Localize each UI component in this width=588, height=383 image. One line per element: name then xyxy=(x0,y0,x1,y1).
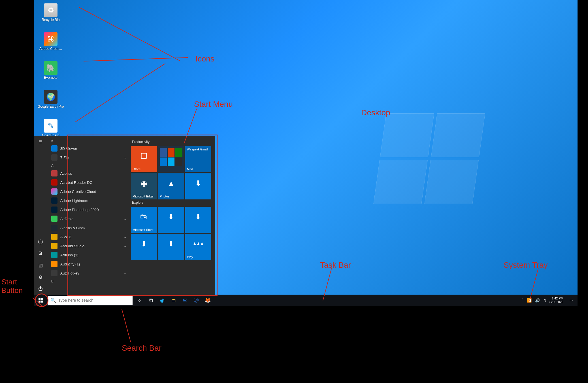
chevron-down-icon: ⌄ xyxy=(124,235,126,239)
desktop-icon[interactable]: ♻Recycle Bin xyxy=(37,3,64,30)
app-icon xyxy=(51,170,57,176)
tile-play[interactable]: ♟♟♟ Play xyxy=(185,234,211,260)
desktop-icon[interactable]: 🐘Evernote xyxy=(37,61,64,88)
tile-download-3[interactable]: ⬇ xyxy=(185,207,211,233)
pictures-icon[interactable]: ▧ xyxy=(37,262,44,269)
start-menu-app-row[interactable]: Audacity (1) xyxy=(47,259,130,269)
file-explorer-icon[interactable]: 🗀 xyxy=(169,295,178,306)
annotation-searchbar-label: Search Bar xyxy=(122,344,161,353)
desktop-icon[interactable]: 🌍Google Earth Pro xyxy=(37,90,64,117)
start-menu-app-row[interactable]: Arduino (1) xyxy=(47,250,130,259)
task-view-icon[interactable]: ⧉ xyxy=(146,295,156,306)
start-menu-app-row[interactable]: Adobe Lightroom xyxy=(47,196,130,205)
start-menu-app-row[interactable]: Alarms & Clock xyxy=(47,223,130,232)
taskbar-searchbox[interactable]: 🔍 xyxy=(48,296,133,305)
app-icon xyxy=(51,234,57,240)
app-icon xyxy=(51,179,57,186)
power-icon[interactable]: ⏻ xyxy=(37,286,44,292)
hamburger-icon[interactable]: ☰ xyxy=(37,138,44,145)
windows-wallpaper-logo xyxy=(373,113,488,207)
tile-edge[interactable]: ◉ Microsoft Edge xyxy=(131,173,157,199)
app-icon xyxy=(51,216,57,222)
tile-download-2[interactable]: ⬇ xyxy=(158,207,184,233)
tray-network-icon[interactable]: 📶 xyxy=(527,298,532,303)
start-menu-rail: ☰ ◯ 🗎 ▧ ⚙ ⏻ xyxy=(34,136,47,295)
start-menu-app-row[interactable]: 7-Zip⌄ xyxy=(47,153,130,162)
start-menu-app-row[interactable]: AutoHotkey⌄ xyxy=(47,269,130,278)
documents-icon[interactable]: 🗎 xyxy=(37,250,44,257)
desktop-icon-label: Google Earth Pro xyxy=(37,105,64,108)
desktop-icon-label: Adobe Creati... xyxy=(37,47,64,51)
search-input[interactable] xyxy=(58,298,130,303)
start-menu-app-row[interactable]: Alice 3⌄ xyxy=(47,232,130,241)
tray-language-icon[interactable]: ♫ xyxy=(543,298,546,303)
system-tray: ˄ 📶 🔊 ♫ 1:42 PM 8/11/2020 ▭ xyxy=(521,297,578,304)
start-menu-app-row[interactable]: Adobe Photoshop 2020 xyxy=(47,205,130,214)
cortana-icon[interactable]: ○ xyxy=(135,295,144,306)
recycle-icon: ♻ xyxy=(44,3,57,17)
tile-download-5[interactable]: ⬇ xyxy=(158,234,184,260)
app-label: 3D Viewer xyxy=(60,146,77,151)
tray-volume-icon[interactable]: 🔊 xyxy=(535,298,540,303)
word-taskbar-icon[interactable]: Ⓦ xyxy=(191,295,201,306)
edge-taskbar-icon[interactable]: ◉ xyxy=(157,295,167,306)
store-icon: 🛍 xyxy=(140,212,148,221)
app-label: Alarms & Clock xyxy=(60,226,86,230)
tile-store[interactable]: 🛍 Microsoft Store xyxy=(131,207,157,233)
chevron-down-icon: ⌄ xyxy=(124,271,126,275)
tile-office[interactable]: ❐ Office xyxy=(131,146,157,172)
chevron-down-icon: ⌄ xyxy=(124,244,126,248)
app-label: Audacity (1) xyxy=(60,262,80,266)
app-label: Alice 3 xyxy=(60,235,71,239)
apps-group-header[interactable]: # xyxy=(47,137,130,144)
windows-icon xyxy=(39,298,43,303)
user-icon[interactable]: ◯ xyxy=(37,238,44,245)
play-icon: ♟♟♟ xyxy=(193,242,204,246)
app-label: Acrobat Reader DC xyxy=(60,180,92,185)
start-button[interactable] xyxy=(34,295,48,306)
edge-icon: ◉ xyxy=(141,179,147,188)
start-menu-app-row[interactable]: Adobe Creative Cloud xyxy=(47,187,130,196)
app-icon xyxy=(51,252,57,258)
start-menu-app-row[interactable]: 3D Viewer xyxy=(47,144,130,153)
tile-multi-apps[interactable] xyxy=(158,146,184,172)
desktop-screen: ♻Recycle Bin⌘Adobe Creati...🐘Evernote🌍Go… xyxy=(34,0,578,306)
apps-group-header[interactable]: B xyxy=(47,278,130,284)
app-icon xyxy=(51,145,57,152)
app-label: Arduino (1) xyxy=(60,253,78,257)
desktop-icons-column: ♻Recycle Bin⌘Adobe Creati...🐘Evernote🌍Go… xyxy=(37,2,69,148)
earth-icon: 🌍 xyxy=(44,90,57,104)
start-menu-app-row[interactable]: Access xyxy=(47,169,130,178)
start-menu-app-row[interactable]: Android Studio⌄ xyxy=(47,241,130,250)
mail-taskbar-icon[interactable]: ✉ xyxy=(180,295,190,306)
app-icon xyxy=(51,225,57,231)
tray-clock[interactable]: 1:42 PM 8/11/2020 xyxy=(549,297,563,304)
start-menu: ☰ ◯ 🗎 ▧ ⚙ ⏻ # 3D Viewer7-Zip⌄AAccessAcro… xyxy=(34,136,215,295)
taskbar-pinned-row: ○ ⧉ ◉ 🗀 ✉ Ⓦ 🦊 xyxy=(135,295,212,306)
taskbar: 🔍 ○ ⧉ ◉ 🗀 ✉ Ⓦ 🦊 ˄ 📶 🔊 ♫ 1:42 PM 8/11/202… xyxy=(34,295,578,306)
apps-group-header[interactable]: A xyxy=(47,162,130,169)
start-menu-tiles: Productivity ❐ Office We speak Gmail Mai… xyxy=(130,136,215,295)
app-label: Android Studio xyxy=(60,244,84,248)
evernote-icon: 🐘 xyxy=(44,61,57,75)
tray-chevron-up-icon[interactable]: ˄ xyxy=(521,298,523,303)
tile-download-1[interactable]: ⬇ xyxy=(185,173,211,199)
cc-icon: ⌘ xyxy=(44,32,57,46)
app-icon xyxy=(51,197,57,204)
action-center-icon[interactable]: ▭ xyxy=(567,298,575,302)
chevron-down-icon: ⌄ xyxy=(124,156,126,159)
app-label: Access xyxy=(60,171,72,176)
app-icon xyxy=(51,243,57,249)
settings-icon[interactable]: ⚙ xyxy=(37,274,44,280)
tile-mail[interactable]: We speak Gmail Mail xyxy=(185,146,211,172)
tile-photos[interactable]: ▲ Photos xyxy=(158,173,184,199)
start-menu-app-row[interactable]: AirDroid⌄ xyxy=(47,214,130,223)
app-label: AirDroid xyxy=(60,217,74,221)
tile-download-4[interactable]: ⬇ xyxy=(131,234,157,260)
tiles-section-explore: Explore xyxy=(132,201,211,205)
desktop-icon[interactable]: ⌘Adobe Creati... xyxy=(37,32,64,59)
app-label: Adobe Photoshop 2020 xyxy=(60,208,99,212)
firefox-taskbar-icon[interactable]: 🦊 xyxy=(203,295,212,306)
app-label: Adobe Creative Cloud xyxy=(60,190,96,194)
start-menu-app-row[interactable]: Acrobat Reader DC xyxy=(47,178,130,187)
